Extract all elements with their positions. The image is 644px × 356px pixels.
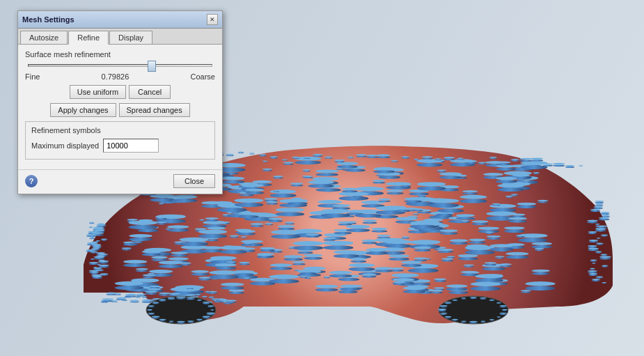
dialog-body: Surface mesh refinement Fine 0.79826 Coa…	[18, 45, 222, 169]
close-dialog-button[interactable]: Close	[173, 174, 215, 188]
help-button[interactable]: ?	[25, 175, 38, 187]
slider-value-display: 0.79826	[40, 72, 190, 81]
slider-thumb[interactable]	[148, 61, 156, 72]
slider-container	[25, 64, 215, 67]
tab-bar: Autosize Refine Display	[18, 29, 222, 45]
tab-display[interactable]: Display	[109, 31, 152, 44]
spread-changes-button[interactable]: Spread changes	[119, 103, 190, 117]
max-displayed-label: Maximum displayed	[31, 141, 99, 150]
coarse-label: Coarse	[191, 72, 215, 81]
button-row-2: Apply changes Spread changes	[25, 103, 215, 117]
refinement-symbols-label: Refinement symbols	[31, 126, 209, 134]
window-close-button[interactable]: ✕	[207, 14, 218, 25]
apply-changes-button[interactable]: Apply changes	[50, 103, 116, 117]
refinement-symbols-section: Refinement symbols Maximum displayed	[25, 121, 215, 160]
fine-label: Fine	[25, 72, 40, 81]
mesh-settings-dialog: Mesh Settings ✕ Autosize Refine Display …	[17, 10, 223, 194]
cancel-button[interactable]: Cancel	[129, 85, 171, 99]
slider-labels: Fine 0.79826 Coarse	[25, 72, 215, 81]
max-displayed-input[interactable]	[103, 139, 159, 153]
max-displayed-row: Maximum displayed	[31, 139, 209, 153]
tab-refine[interactable]: Refine	[68, 31, 109, 45]
tab-autosize[interactable]: Autosize	[20, 31, 68, 44]
dialog-title: Mesh Settings	[22, 15, 74, 24]
surface-mesh-label: Surface mesh refinement	[25, 50, 215, 59]
dialog-titlebar: Mesh Settings ✕	[18, 11, 222, 29]
slider-track	[28, 64, 212, 67]
dialog-footer: ? Close	[18, 169, 222, 194]
button-row-1: Use uniform Cancel	[25, 85, 215, 99]
use-uniform-button[interactable]: Use uniform	[70, 85, 126, 99]
